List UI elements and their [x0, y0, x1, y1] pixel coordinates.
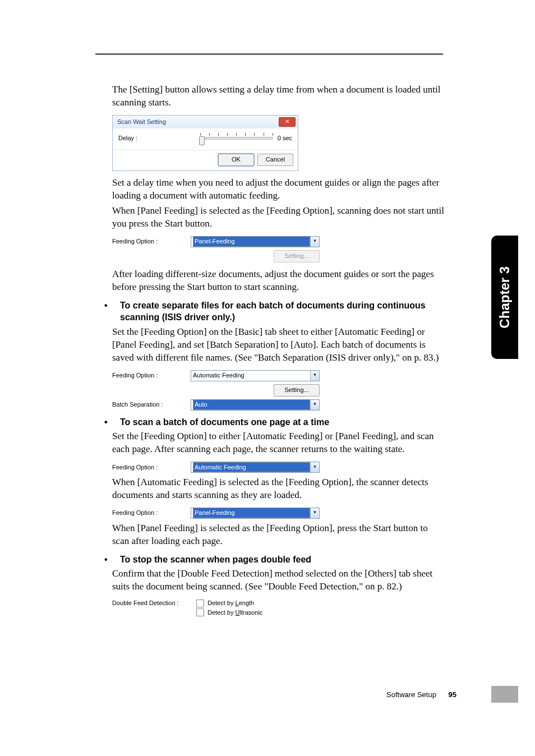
feeding-option-combo[interactable]: Panel-Feeding ▼ [191, 508, 320, 519]
batch-separation-label: Batch Separation : [112, 400, 191, 409]
heading-separate-files: •To create separate files for each batch… [112, 299, 446, 324]
dialog-titlebar: Scan Wait Setting ✕ [113, 116, 298, 128]
para-panel-feeding: When [Panel Feeding] is selected as the … [112, 205, 446, 231]
chapter-tab-label: Chapter 3 [496, 266, 514, 329]
delay-value: 0 sec [278, 134, 292, 142]
feeding-option-combo[interactable]: Panel-Feeding ▼ [191, 236, 320, 247]
feeding-option-value: Automatic Feeding [193, 371, 245, 380]
para-separate-files: Set the [Feeding Option] on the [Basic] … [112, 326, 446, 365]
page-footer: Software Setup 95 [386, 690, 456, 700]
detect-by-ultrasonic-checkbox[interactable]: Detect by Ultrasonic [196, 609, 325, 617]
feeding-option-combo[interactable]: Automatic Feeding ▼ [191, 462, 320, 473]
setting-button: Setting... [274, 250, 320, 262]
cancel-button[interactable]: Cancel [257, 154, 293, 166]
feeding-option-value: Panel-Feeding [193, 236, 310, 247]
heading-one-page-text: To scan a batch of documents one page at… [120, 417, 329, 427]
chapter-tab: Chapter 3 [491, 236, 518, 359]
heading-one-page: •To scan a batch of documents one page a… [112, 416, 446, 428]
batch-separation-value: Auto [193, 399, 310, 410]
slider-thumb[interactable] [199, 136, 205, 145]
feeding-option-value: Automatic Feeding [193, 462, 310, 473]
intro-text: The [Setting] button allows setting a de… [112, 84, 446, 109]
close-icon[interactable]: ✕ [279, 117, 296, 127]
feeding-option-label: Feeding Option : [112, 509, 191, 517]
detect-ultrasonic-label: Detect by Ultrasonic [207, 609, 262, 617]
feeding-option-block-3: Feeding Option : Automatic Feeding ▼ [112, 462, 320, 473]
footer-section: Software Setup [386, 690, 436, 699]
feeding-option-value: Panel-Feeding [193, 508, 310, 518]
feeding-option-label: Feeding Option : [112, 371, 191, 380]
header-rule [95, 53, 443, 55]
chevron-down-icon[interactable]: ▼ [310, 371, 319, 381]
heading-double-feed-text: To stop the scanner when pages double fe… [120, 555, 311, 564]
feeding-option-block-2: Feeding Option : Automatic Feeding ▼ Set… [112, 370, 320, 411]
checkbox-icon[interactable] [196, 600, 204, 607]
dialog-title: Scan Wait Setting [117, 118, 166, 126]
chevron-down-icon[interactable]: ▼ [310, 462, 319, 472]
chevron-down-icon[interactable]: ▼ [310, 400, 319, 410]
batch-separation-combo[interactable]: Auto ▼ [191, 399, 320, 411]
setting-button[interactable]: Setting... [274, 384, 320, 397]
heading-separate-files-text: To create separate files for each batch … [120, 301, 426, 322]
feeding-option-combo[interactable]: Automatic Feeding ▼ [191, 370, 320, 381]
para-one-page: Set the [Feeding Option] to either [Auto… [112, 430, 446, 456]
chevron-down-icon[interactable]: ▼ [310, 508, 319, 518]
para-after-loading: After loading different-size documents, … [112, 268, 446, 294]
feeding-option-block-4: Feeding Option : Panel-Feeding ▼ [112, 508, 320, 519]
feeding-option-block-1: Feeding Option : Panel-Feeding ▼ Setting… [112, 236, 320, 262]
delay-slider[interactable] [200, 133, 273, 144]
chevron-down-icon[interactable]: ▼ [310, 237, 319, 247]
checkbox-icon[interactable] [196, 609, 204, 616]
scan-wait-dialog: Scan Wait Setting ✕ Delay : 0 sec OK Can… [112, 115, 298, 171]
double-feed-block: Double Feed Detection : Detect by Length… [112, 599, 325, 618]
detect-by-length-checkbox[interactable]: Detect by Length [196, 599, 325, 607]
detect-length-label: Detect by Length [207, 599, 254, 607]
footer-page-number: 95 [449, 690, 456, 699]
page-content: The [Setting] button allows setting a de… [112, 81, 446, 624]
double-feed-label: Double Feed Detection : [112, 599, 196, 607]
para-double-feed: Confirm that the [Double Feed Detection]… [112, 568, 446, 593]
para-auto-feeding: When [Automatic Feeding] is selected as … [112, 476, 446, 502]
para-delay-guides: Set a delay time when you need to adjust… [112, 177, 446, 202]
footer-gray-block [491, 686, 518, 703]
feeding-option-label: Feeding Option : [112, 463, 191, 472]
heading-double-feed: •To stop the scanner when pages double f… [112, 554, 446, 566]
delay-label: Delay : [118, 134, 137, 142]
ok-button[interactable]: OK [218, 154, 254, 166]
para-panel-feed-start: When [Panel Feeding] is selected as the … [112, 522, 446, 548]
feeding-option-label: Feeding Option : [112, 237, 191, 246]
